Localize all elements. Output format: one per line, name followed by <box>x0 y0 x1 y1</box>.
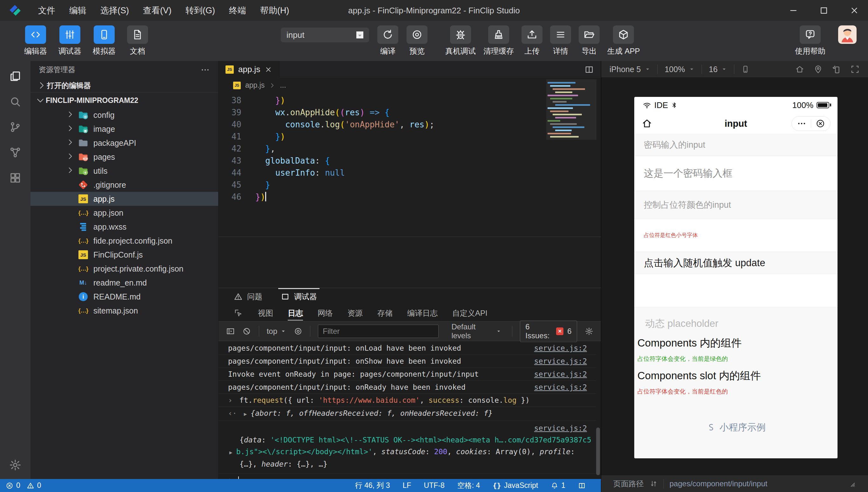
activity-explorer[interactable] <box>8 69 23 84</box>
panel-subtab-6[interactable]: 自定义API <box>452 305 488 321</box>
open-editors-section[interactable]: 打开的编辑器 <box>30 78 218 93</box>
log-levels-select[interactable]: Default levels <box>451 322 501 340</box>
help-button[interactable]: 使用帮助 <box>795 25 825 56</box>
warnings-status[interactable]: 0 <box>27 481 41 490</box>
swap-icon[interactable] <box>649 479 658 488</box>
indentation-status[interactable]: 空格: 4 <box>457 481 480 490</box>
minimize-button[interactable] <box>789 6 798 15</box>
menu-item-4[interactable]: 转到(G) <box>178 5 222 16</box>
activity-deploy[interactable] <box>8 145 23 160</box>
tree-item--gitignore[interactable]: .gitignore <box>30 178 218 192</box>
dynamic-placeholder-input[interactable]: 动态 placeholder <box>634 308 838 330</box>
source-link[interactable]: service.js:2 <box>534 355 587 368</box>
tree-item-image[interactable]: ▣ image <box>30 122 218 136</box>
phone-row-0[interactable]: 密码输入的input <box>634 134 838 156</box>
upload-button[interactable]: 上传 <box>521 25 543 56</box>
tree-item-app-json[interactable]: {…} app.json <box>30 206 218 220</box>
close-tab-icon[interactable] <box>265 66 272 73</box>
tree-item-app-js[interactable]: JS app.js <box>30 192 218 206</box>
scan-qrcode-icon[interactable] <box>850 65 860 74</box>
page-path-value[interactable]: pages/component/input/input <box>670 479 767 488</box>
notifications-status[interactable]: 1 <box>551 481 565 490</box>
tree-item-readme-en-md[interactable]: M↓ readme_en.md <box>30 276 218 290</box>
panel-subtab-4[interactable]: 存储 <box>377 305 393 321</box>
panel-subtab-1[interactable]: 日志 <box>288 305 303 321</box>
console-scrollbar[interactable] <box>596 427 600 475</box>
close-button[interactable] <box>849 6 859 15</box>
tree-item-fide-project-config-json[interactable]: {…} fide.project.config.json <box>30 234 218 248</box>
errors-status[interactable]: 0 <box>6 481 20 490</box>
cursor-position-status[interactable]: 行 46, 列 3 <box>355 481 390 490</box>
maximize-button[interactable] <box>819 6 828 15</box>
panel-subtab-2[interactable]: 网络 <box>318 305 333 321</box>
phone-row-3[interactable]: 占位符是红色小号字体 <box>634 219 838 252</box>
activity-source-control[interactable] <box>8 119 23 135</box>
home-icon[interactable] <box>795 65 804 74</box>
panel-sidebar-toggle-icon[interactable] <box>226 326 235 336</box>
expand-icon[interactable]: ▶ <box>244 411 247 417</box>
tree-item-README-md[interactable]: i README.md <box>30 290 218 304</box>
context-select[interactable]: top <box>267 327 286 336</box>
issues-button[interactable]: 6 Issues: ✕ 6 <box>520 320 577 342</box>
device-select[interactable]: iPhone 5 <box>610 65 650 74</box>
console-filter-input[interactable] <box>318 325 439 338</box>
green-placeholder-input[interactable]: 占位符字体会变化，当前是绿色的 <box>634 350 838 363</box>
remote-debug-button[interactable]: 真机调试 <box>445 25 476 56</box>
fontsize-select[interactable]: 16 <box>709 65 727 74</box>
tree-item-sitemap-json[interactable]: {…} sitemap.json <box>30 304 218 318</box>
red-placeholder-input[interactable]: 占位符字体会变化，当前是红色的 <box>634 383 838 396</box>
clear-cache-button[interactable]: 清理缓存 <box>483 25 514 56</box>
docs-button[interactable]: 文档 <box>127 25 148 56</box>
tree-item-config[interactable]: ⚙ config <box>30 108 218 122</box>
tree-item-FinClipConf-js[interactable]: JS FinClipConf.js <box>30 248 218 262</box>
details-button[interactable]: 详情 <box>550 25 571 56</box>
phone-row-1[interactable]: 这是一个密码输入框 <box>634 156 838 191</box>
phone-row-4[interactable]: 点击输入随机值触发 update <box>634 252 838 274</box>
project-root[interactable]: FINCLIP-MINIPROGRAM22 <box>30 93 218 108</box>
tab-app-js[interactable]: JS app.js <box>219 61 279 78</box>
preview-button[interactable]: 预览 <box>406 25 427 56</box>
menu-item-2[interactable]: 选择(S) <box>93 5 136 16</box>
menu-item-0[interactable]: 文件 <box>31 5 62 16</box>
user-avatar[interactable] <box>838 25 857 44</box>
miniprogram-example-link[interactable]: 小程序示例 <box>634 421 838 434</box>
resize-grip-icon[interactable] <box>848 479 856 488</box>
tree-item-app-wxss[interactable]: app.wxss <box>30 220 218 234</box>
eol-status[interactable]: LF <box>403 481 411 490</box>
tree-item-pages[interactable]: <> pages <box>30 150 218 164</box>
encoding-status[interactable]: UTF-8 <box>424 481 445 490</box>
rotate-device-icon[interactable] <box>832 65 841 74</box>
mini-home-icon[interactable] <box>641 118 653 129</box>
language-status[interactable]: {} JavaScript <box>493 481 538 490</box>
phone-row-2[interactable]: 控制占位符颜色的input <box>634 191 838 219</box>
layout-status[interactable] <box>578 482 586 489</box>
source-link[interactable]: service.js:2 <box>534 381 587 394</box>
simulator-mode-button[interactable]: 模拟器 <box>93 25 116 56</box>
close-miniprogram-icon[interactable] <box>816 119 825 128</box>
inspect-cursor-icon[interactable] <box>234 309 243 318</box>
source-link[interactable]: service.js:2 <box>534 368 587 380</box>
panel-subtab-5[interactable]: 编译日志 <box>407 305 438 321</box>
panel-subtab-0[interactable]: 视图 <box>258 305 273 321</box>
tree-item-utils[interactable]: + utils <box>30 164 218 178</box>
source-link[interactable]: service.js:2 <box>534 342 587 354</box>
eye-icon[interactable] <box>294 326 302 336</box>
compile-button[interactable]: 编译 <box>377 25 398 56</box>
panel-subtab-3[interactable]: 资源 <box>347 305 363 321</box>
device-frame-icon[interactable] <box>741 65 749 73</box>
console-settings-icon[interactable] <box>585 326 593 336</box>
location-icon[interactable] <box>813 65 823 74</box>
compile-target-select[interactable]: input <box>281 28 369 42</box>
code-editor[interactable]: 38 }) 39 wx.onAppHide((res) => { 40 cons… <box>219 93 601 203</box>
split-editor-icon[interactable] <box>585 65 594 74</box>
panel-tab-debugger[interactable]: 调试器 <box>281 288 317 305</box>
zoom-select[interactable]: 100% <box>665 65 695 74</box>
export-button[interactable]: 导出 <box>579 25 600 56</box>
tree-item-project-private-config-json[interactable]: {…} project.private.config.json <box>30 262 218 276</box>
activity-settings[interactable] <box>8 458 23 473</box>
source-link[interactable]: service.js:2 <box>219 422 587 434</box>
more-actions-icon[interactable] <box>200 65 210 75</box>
editor-mode-button[interactable]: 编辑器 <box>24 25 47 56</box>
menu-item-5[interactable]: 终端 <box>222 5 253 16</box>
clear-console-icon[interactable] <box>242 326 251 336</box>
